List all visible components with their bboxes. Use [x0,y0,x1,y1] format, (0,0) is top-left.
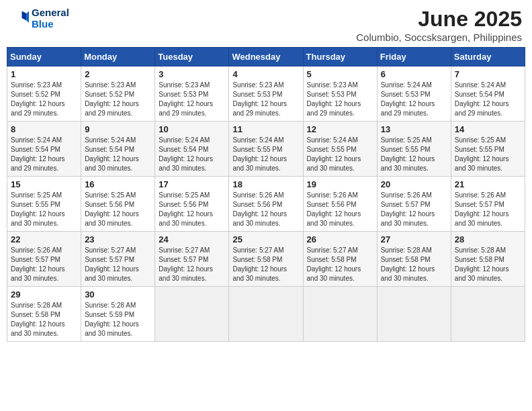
page-subtitle: Columbio, Soccsksargen, Philippines [356,32,522,43]
calendar-cell [303,287,377,342]
day-info: Sunrise: 5:25 AMSunset: 5:55 PMDaylight:… [455,136,509,172]
calendar-row-0: 1Sunrise: 5:23 AMSunset: 5:52 PMDaylight… [7,66,525,122]
day-info: Sunrise: 5:25 AMSunset: 5:55 PMDaylight:… [11,191,65,227]
day-info: Sunrise: 5:23 AMSunset: 5:52 PMDaylight:… [11,81,65,117]
calendar-cell: 11Sunrise: 5:24 AMSunset: 5:55 PMDayligh… [229,122,303,177]
day-number: 17 [159,179,225,189]
day-number: 27 [381,234,447,244]
calendar-cell: 12Sunrise: 5:24 AMSunset: 5:55 PMDayligh… [303,122,377,177]
day-number: 23 [85,234,151,244]
calendar-cell: 24Sunrise: 5:27 AMSunset: 5:57 PMDayligh… [155,232,229,287]
calendar-cell [451,287,525,342]
day-info: Sunrise: 5:25 AMSunset: 5:56 PMDaylight:… [85,191,139,227]
day-number: 24 [159,234,225,244]
day-info: Sunrise: 5:26 AMSunset: 5:57 PMDaylight:… [381,191,435,227]
day-number: 11 [232,124,299,134]
day-info: Sunrise: 5:24 AMSunset: 5:55 PMDaylight:… [232,136,287,172]
calendar-cell: 8Sunrise: 5:24 AMSunset: 5:54 PMDaylight… [7,122,81,177]
calendar-cell: 4Sunrise: 5:23 AMSunset: 5:53 PMDaylight… [229,66,303,122]
page-header: General Blue June 2025 Columbio, Soccsks… [7,7,525,43]
calendar-cell: 15Sunrise: 5:25 AMSunset: 5:55 PMDayligh… [7,177,81,232]
day-number: 7 [455,69,521,79]
day-number: 15 [11,179,77,189]
calendar-cell: 16Sunrise: 5:25 AMSunset: 5:56 PMDayligh… [81,177,155,232]
day-number: 3 [159,69,225,79]
calendar-table: SundayMondayTuesdayWednesdayThursdayFrid… [7,47,525,342]
weekday-header-row: SundayMondayTuesdayWednesdayThursdayFrid… [7,48,525,66]
weekday-header-saturday: Saturday [451,48,525,66]
day-number: 12 [307,124,373,134]
day-number: 13 [381,124,447,134]
day-number: 8 [11,124,77,134]
day-info: Sunrise: 5:23 AMSunset: 5:53 PMDaylight:… [159,81,213,117]
calendar-cell: 25Sunrise: 5:27 AMSunset: 5:58 PMDayligh… [229,232,303,287]
day-number: 22 [11,234,77,244]
day-number: 26 [307,234,373,244]
day-info: Sunrise: 5:24 AMSunset: 5:54 PMDaylight:… [85,136,139,172]
day-number: 16 [85,179,151,189]
logo-text: General Blue [32,7,69,30]
day-number: 25 [232,234,299,244]
day-number: 18 [232,179,299,189]
day-info: Sunrise: 5:27 AMSunset: 5:57 PMDaylight:… [85,246,139,282]
weekday-header-thursday: Thursday [303,48,377,66]
calendar-cell: 5Sunrise: 5:23 AMSunset: 5:53 PMDaylight… [303,66,377,122]
calendar-cell: 1Sunrise: 5:23 AMSunset: 5:52 PMDaylight… [7,66,81,122]
calendar-row-4: 29Sunrise: 5:28 AMSunset: 5:58 PMDayligh… [7,287,525,342]
logo: General Blue [10,7,69,30]
day-info: Sunrise: 5:26 AMSunset: 5:56 PMDaylight:… [307,191,361,227]
calendar-cell: 19Sunrise: 5:26 AMSunset: 5:56 PMDayligh… [303,177,377,232]
day-info: Sunrise: 5:27 AMSunset: 5:58 PMDaylight:… [307,246,361,282]
day-info: Sunrise: 5:23 AMSunset: 5:53 PMDaylight:… [307,81,361,117]
day-info: Sunrise: 5:26 AMSunset: 5:57 PMDaylight:… [455,191,509,227]
calendar-cell: 30Sunrise: 5:28 AMSunset: 5:59 PMDayligh… [81,287,155,342]
day-info: Sunrise: 5:23 AMSunset: 5:53 PMDaylight:… [232,81,287,117]
day-info: Sunrise: 5:28 AMSunset: 5:58 PMDaylight:… [455,246,509,282]
day-info: Sunrise: 5:27 AMSunset: 5:57 PMDaylight:… [159,246,213,282]
calendar-cell [229,287,303,342]
day-number: 21 [455,179,521,189]
day-info: Sunrise: 5:24 AMSunset: 5:54 PMDaylight:… [11,136,65,172]
day-info: Sunrise: 5:23 AMSunset: 5:52 PMDaylight:… [85,81,139,117]
day-info: Sunrise: 5:28 AMSunset: 5:58 PMDaylight:… [381,246,435,282]
calendar-cell: 6Sunrise: 5:24 AMSunset: 5:53 PMDaylight… [377,66,451,122]
calendar-cell: 26Sunrise: 5:27 AMSunset: 5:58 PMDayligh… [303,232,377,287]
day-info: Sunrise: 5:25 AMSunset: 5:55 PMDaylight:… [381,136,435,172]
day-number: 19 [307,179,373,189]
day-info: Sunrise: 5:27 AMSunset: 5:58 PMDaylight:… [232,246,287,282]
calendar-cell: 7Sunrise: 5:24 AMSunset: 5:54 PMDaylight… [451,66,525,122]
calendar-cell: 9Sunrise: 5:24 AMSunset: 5:54 PMDaylight… [81,122,155,177]
weekday-header-tuesday: Tuesday [155,48,229,66]
day-number: 28 [455,234,521,244]
calendar-cell: 18Sunrise: 5:26 AMSunset: 5:56 PMDayligh… [229,177,303,232]
weekday-header-wednesday: Wednesday [229,48,303,66]
svg-marker-1 [27,11,30,24]
day-info: Sunrise: 5:24 AMSunset: 5:53 PMDaylight:… [381,81,435,117]
calendar-cell: 20Sunrise: 5:26 AMSunset: 5:57 PMDayligh… [377,177,451,232]
generalblue-logo-icon [10,9,29,28]
day-number: 6 [381,69,447,79]
day-number: 30 [85,289,151,300]
day-info: Sunrise: 5:26 AMSunset: 5:56 PMDaylight:… [232,191,287,227]
day-info: Sunrise: 5:24 AMSunset: 5:55 PMDaylight:… [307,136,361,172]
day-number: 29 [11,289,77,300]
calendar-cell: 22Sunrise: 5:26 AMSunset: 5:57 PMDayligh… [7,232,81,287]
day-number: 14 [455,124,521,134]
title-block: June 2025 Columbio, Soccsksargen, Philip… [356,7,522,43]
day-info: Sunrise: 5:28 AMSunset: 5:58 PMDaylight:… [11,302,65,337]
calendar-cell [155,287,229,342]
calendar-row-2: 15Sunrise: 5:25 AMSunset: 5:55 PMDayligh… [7,177,525,232]
calendar-cell: 23Sunrise: 5:27 AMSunset: 5:57 PMDayligh… [81,232,155,287]
page-title: June 2025 [356,7,522,32]
calendar-cell: 29Sunrise: 5:28 AMSunset: 5:58 PMDayligh… [7,287,81,342]
day-info: Sunrise: 5:24 AMSunset: 5:54 PMDaylight:… [159,136,213,172]
calendar-cell: 17Sunrise: 5:25 AMSunset: 5:56 PMDayligh… [155,177,229,232]
svg-marker-2 [22,11,27,21]
calendar-cell: 2Sunrise: 5:23 AMSunset: 5:52 PMDaylight… [81,66,155,122]
calendar-cell [377,287,451,342]
day-info: Sunrise: 5:24 AMSunset: 5:54 PMDaylight:… [455,81,509,117]
weekday-header-friday: Friday [377,48,451,66]
day-number: 10 [159,124,225,134]
day-number: 2 [85,69,151,79]
day-number: 5 [307,69,373,79]
